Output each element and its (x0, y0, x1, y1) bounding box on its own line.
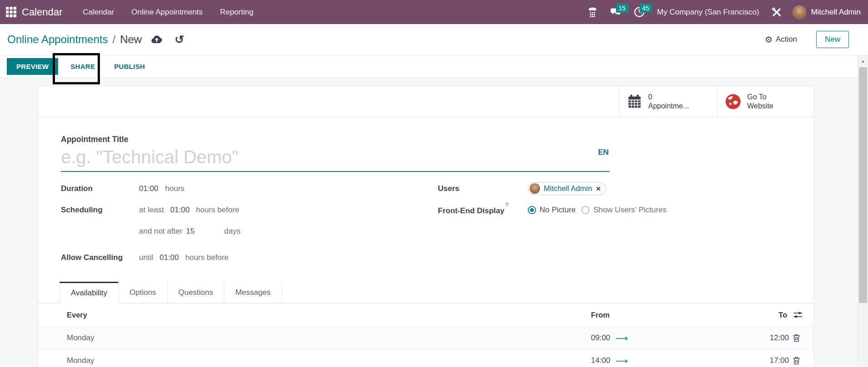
notebook-tabs: Availability Options Questions Messages (38, 282, 813, 303)
left-column: Duration 01:00 hours Scheduling at least… (61, 178, 438, 268)
arrow-right-icon: ⟶ (615, 333, 628, 343)
form-sheet: 0 Appointme... Go To Website (38, 86, 814, 367)
appointments-stat-button[interactable]: 0 Appointme... (619, 86, 717, 117)
scrollbar-thumb[interactable] (859, 67, 867, 303)
row-to[interactable]: 17:00 (769, 356, 789, 365)
table-header-row: Every From To (38, 303, 813, 326)
messages-count-badge: 15 (616, 4, 629, 13)
company-switcher[interactable]: My Company (San Francisco) (651, 8, 766, 17)
appointment-title-input[interactable] (61, 145, 610, 172)
scheduling-row2: and not after 15 days (61, 220, 438, 242)
publish-button[interactable]: PUBLISH (114, 63, 145, 70)
gear-icon: ⚙ (765, 34, 773, 45)
breadcrumb-new: New (120, 33, 142, 46)
header-every[interactable]: Every (67, 311, 87, 319)
calendar-icon (627, 94, 642, 109)
table-row[interactable]: Monday 14:00 ⟶ 17:00 (38, 349, 813, 367)
scheduling-label: Scheduling (61, 206, 139, 215)
table-row[interactable]: Monday 09:00 ⟶ 12:00 (38, 326, 813, 349)
radio-no-picture[interactable]: No Picture (528, 206, 575, 215)
content-area: 0 Appointme... Go To Website (0, 78, 868, 367)
appointments-label: Appointme... (648, 102, 689, 111)
messages-icon[interactable]: 15 (604, 0, 628, 24)
tag-user-name: Mitchell Admin (544, 184, 592, 193)
radio-selected-icon (528, 206, 536, 214)
users-row: Users Mitchell Admin ✕ (438, 178, 791, 199)
row-from[interactable]: 14:00 (591, 356, 610, 365)
tab-questions[interactable]: Questions (168, 282, 225, 303)
navbar-left: Calendar Calendar Online Appointments Re… (0, 0, 262, 24)
systray: 15 45 My Company (San Francisco) Mitchel… (581, 0, 868, 24)
appointment-title-label: Appointment Title (61, 135, 791, 144)
action-menu-button[interactable]: ⚙ Action (765, 34, 797, 45)
preview-button[interactable]: PREVIEW (7, 58, 58, 75)
breadcrumb-online-appointments[interactable]: Online Appointments (7, 33, 108, 46)
go-to-website-line2: Website (747, 102, 774, 111)
not-after-suffix: days (224, 227, 240, 236)
duration-unit: hours (165, 184, 185, 193)
front-end-display-row: Front-End Display? No Picture Show Users… (438, 199, 791, 220)
cancel-value-input[interactable]: 01:00 (159, 253, 179, 262)
arrow-right-icon: ⟶ (615, 355, 628, 366)
appointment-title-wrap: EN (61, 145, 610, 172)
not-after-value-input[interactable]: 15 (186, 227, 210, 236)
vertical-scrollbar[interactable]: ▲ (858, 55, 868, 367)
scrollbar-up-arrow[interactable]: ▲ (858, 55, 868, 67)
radio-show-users-pictures[interactable]: Show Users' Pictures (581, 206, 666, 215)
menu-calendar[interactable]: Calendar (74, 0, 123, 24)
globe-icon (725, 93, 741, 110)
website-status-bar: PREVIEW SHARE PUBLISH (0, 55, 868, 78)
apps-grid-icon[interactable] (0, 0, 22, 24)
discard-undo-icon[interactable]: ↺ (174, 34, 184, 45)
tab-availability[interactable]: Availability (60, 282, 119, 303)
app-brand[interactable]: Calendar (22, 6, 74, 18)
stat-button-strip: 0 Appointme... Go To Website (38, 86, 813, 117)
front-end-display-label: Front-End Display? (438, 205, 528, 215)
user-tag[interactable]: Mitchell Admin ✕ (528, 182, 606, 195)
display-radio-group: No Picture Show Users' Pictures (528, 206, 666, 215)
tab-options[interactable]: Options (119, 282, 168, 303)
cancel-suffix: hours before (185, 253, 228, 262)
optional-columns-icon[interactable] (793, 311, 803, 319)
new-record-button[interactable]: New (816, 31, 849, 48)
share-button[interactable]: SHARE (70, 63, 95, 70)
tab-messages[interactable]: Messages (224, 282, 282, 303)
form-fields: Appointment Title EN Duration 01:00 hour… (38, 135, 813, 268)
duration-value-input[interactable]: 01:00 (139, 184, 159, 193)
appointments-count: 0 (648, 93, 689, 102)
language-flag[interactable]: EN (598, 148, 609, 157)
scheduling-value-input[interactable]: 01:00 (170, 206, 190, 215)
debug-tools-icon[interactable] (765, 0, 788, 24)
header-to[interactable]: To (779, 311, 787, 319)
row-every[interactable]: Monday (67, 333, 94, 343)
user-avatar (793, 5, 806, 19)
control-panel: Online Appointments / New ↺ ⚙ Action New (0, 24, 868, 55)
header-from[interactable]: From (591, 311, 610, 319)
radio-unselected-icon (581, 206, 590, 214)
action-label: Action (776, 35, 797, 44)
breadcrumb: Online Appointments / New (7, 33, 142, 46)
go-to-website-button[interactable]: Go To Website (717, 86, 813, 117)
users-label: Users (438, 184, 528, 193)
tag-avatar (530, 183, 540, 194)
record-status-icons: ↺ (151, 34, 184, 45)
voip-phone-icon[interactable] (581, 0, 604, 24)
menu-reporting[interactable]: Reporting (211, 0, 262, 24)
field-columns: Duration 01:00 hours Scheduling at least… (61, 178, 791, 268)
user-menu[interactable]: Mitchell Admin (788, 5, 861, 19)
delete-row-icon[interactable] (793, 356, 800, 365)
scheduling-suffix: hours before (196, 206, 239, 215)
breadcrumb-separator: / (112, 33, 115, 46)
menu-online-appointments[interactable]: Online Appointments (123, 0, 211, 24)
row-every[interactable]: Monday (67, 356, 94, 365)
scheduling-prefix: at least (139, 206, 164, 215)
unsaved-cloud-icon[interactable] (151, 34, 163, 44)
allow-cancelling-label: Allow Cancelling (61, 253, 139, 262)
allow-cancelling-row: Allow Cancelling until 01:00 hours befor… (61, 247, 438, 268)
activities-clock-icon[interactable]: 45 (628, 0, 651, 24)
help-icon[interactable]: ? (505, 201, 508, 208)
row-to[interactable]: 12:00 (769, 333, 789, 343)
tag-remove-icon[interactable]: ✕ (595, 185, 601, 192)
delete-row-icon[interactable] (793, 333, 800, 342)
row-from[interactable]: 09:00 (591, 333, 610, 343)
